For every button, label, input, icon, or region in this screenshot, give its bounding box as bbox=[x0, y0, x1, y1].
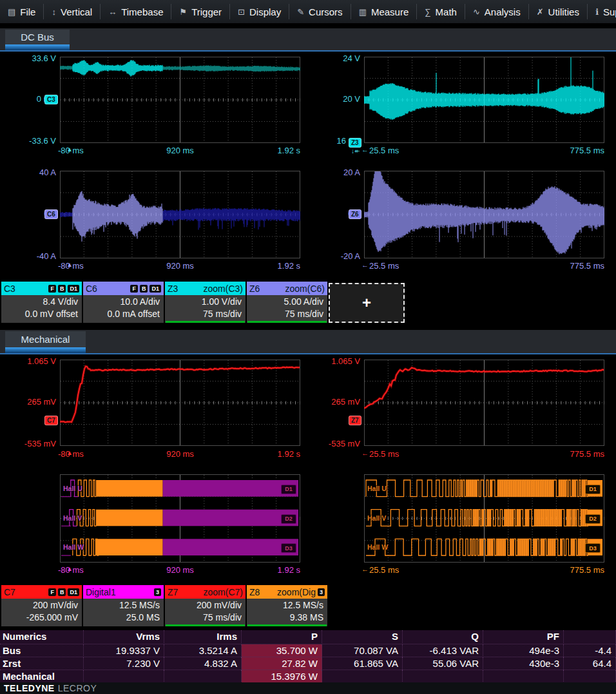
table-cell bbox=[164, 670, 242, 683]
descriptor-header: Z3zoom(C3) bbox=[165, 282, 245, 295]
table-cell: 7.230 V bbox=[84, 657, 164, 670]
table-cell: 70.087 VA bbox=[322, 644, 403, 657]
channel-badge-c7[interactable]: C7 bbox=[44, 416, 58, 425]
menu-item-cursors[interactable]: ✎Cursors bbox=[289, 0, 350, 23]
descriptor-header: Z8zoom(Dig3 bbox=[247, 585, 327, 599]
descriptor-flag-badge: D1 bbox=[149, 285, 161, 293]
descriptor-title: C3 bbox=[4, 284, 15, 294]
descriptor-values: 12.5 MS/s9.38 MS bbox=[247, 599, 327, 624]
timebase-icon: ↔ bbox=[108, 7, 117, 17]
descriptor-header: C3FBD1 bbox=[1, 282, 82, 295]
table-cell: 494e-3 bbox=[483, 644, 564, 657]
descriptor-flag-badge: B bbox=[58, 588, 66, 596]
brand-lecroy: LECROY bbox=[58, 683, 97, 693]
descriptor-header: Z6zoom(C6) bbox=[247, 282, 327, 295]
menu-item-analysis[interactable]: ∿Analysis bbox=[465, 0, 528, 23]
descriptor-flag-badge: 3 bbox=[154, 588, 161, 596]
descriptor-values: 12.5 MS/s25.0 MS bbox=[83, 599, 164, 624]
menu-item-math[interactable]: ∑Math bbox=[417, 0, 465, 23]
table-cell: Irms bbox=[164, 630, 242, 643]
menu-item-measure[interactable]: ▥Measure bbox=[351, 0, 417, 23]
utilities-icon: ✗ bbox=[537, 7, 544, 17]
descriptor-subtitle: zoom(C3) bbox=[178, 284, 243, 294]
descriptor-active-underline bbox=[166, 624, 245, 626]
table-cell: Q bbox=[403, 630, 483, 643]
menu-item-vertical[interactable]: ↕Vertical bbox=[44, 0, 100, 23]
descriptor-title: Z6 bbox=[249, 284, 260, 294]
numerics-header-row: NumericsVrmsIrmsPSQPF bbox=[0, 630, 616, 643]
tab-label: DC Bus bbox=[21, 32, 54, 43]
tab-mechanical[interactable]: Mechanical bbox=[5, 331, 86, 353]
numerics-table: NumericsVrmsIrmsPSQPFBus19.9337 V3.5214 … bbox=[0, 630, 616, 682]
add-trace-button[interactable]: + bbox=[329, 283, 405, 323]
grid-z6[interactable] bbox=[364, 171, 604, 258]
x-axis-label: 1.92 s bbox=[60, 261, 300, 271]
descriptor-c3[interactable]: C3FBD18.4 V/div0.0 mV offset bbox=[1, 282, 82, 323]
descriptor-values: 1.00 V/div75 ms/div bbox=[165, 295, 245, 320]
analysis-icon: ∿ bbox=[473, 7, 480, 17]
digital-line-badge-d2: D2 bbox=[281, 514, 296, 524]
waveform-path bbox=[366, 539, 588, 555]
y-axis-label-z7: 265 mV bbox=[19, 397, 360, 407]
menu-item-file[interactable]: ▤File bbox=[0, 0, 43, 23]
descriptor-active-underline bbox=[166, 321, 245, 323]
table-cell: P bbox=[242, 630, 322, 643]
descriptor-z3[interactable]: Z3zoom(C3)1.00 V/div75 ms/div bbox=[165, 282, 245, 323]
descriptor-z7[interactable]: Z7zoom(C7)200 mV/div75 ms/div bbox=[165, 585, 245, 626]
tab-label: Mechanical bbox=[21, 334, 70, 345]
descriptor-subtitle: zoom(Dig bbox=[260, 587, 316, 597]
menu-item-label: Measure bbox=[371, 6, 409, 17]
descriptor-flag-badge: B bbox=[140, 285, 148, 293]
descriptor-line2: 75 ms/div bbox=[247, 308, 323, 320]
footer-logo: TELEDYNE LECROY bbox=[0, 682, 616, 694]
grid-z3[interactable] bbox=[364, 57, 604, 143]
x-axis-label: 775.5 ms bbox=[364, 449, 604, 459]
tab-active-glow bbox=[5, 347, 86, 353]
numerics-row-σrst: Σrst7.230 V4.832 A27.82 W61.865 VA55.06 … bbox=[0, 657, 616, 670]
channel-badge-z3[interactable]: Z3 bbox=[349, 138, 361, 148]
menu-item-timebase[interactable]: ↔Timebase bbox=[101, 0, 171, 23]
descriptor-flag-badge: F bbox=[130, 285, 138, 293]
descriptor-values: 10.0 A/div0.0 mA offset bbox=[83, 295, 164, 320]
grid-rect bbox=[163, 510, 298, 526]
descriptor-c7[interactable]: C7FBD1200 mV/div-265.000 mV bbox=[1, 585, 82, 626]
descriptor-line1: 200 mV/div bbox=[1, 599, 78, 612]
cursors-icon: ✎ bbox=[297, 7, 304, 17]
table-cell: -4.4 bbox=[564, 644, 616, 657]
waveform-path bbox=[366, 480, 588, 497]
table-cell: Numerics bbox=[0, 630, 84, 643]
grid-rect bbox=[163, 480, 298, 497]
grid-dig[interactable] bbox=[60, 474, 300, 563]
digital-line-badge-d3: D3 bbox=[585, 543, 601, 553]
table-cell: Vrms bbox=[84, 630, 164, 643]
descriptor-line2: 25.0 MS bbox=[83, 612, 160, 624]
descriptor-line2: 0.0 mA offset bbox=[83, 308, 160, 320]
menu-item-support[interactable]: ℹSupport bbox=[588, 0, 616, 23]
descriptor-line1: 8.4 V/div bbox=[1, 296, 78, 308]
descriptor-digital1[interactable]: Digital1312.5 MS/s25.0 MS bbox=[83, 585, 164, 626]
tab-active-glow bbox=[5, 44, 70, 50]
menu-item-label: File bbox=[20, 6, 35, 17]
channel-badge-z6[interactable]: Z6 bbox=[349, 209, 361, 219]
table-cell: 3.5214 A bbox=[164, 644, 242, 657]
descriptor-header: C7FBD1 bbox=[1, 585, 82, 599]
grid-z8[interactable] bbox=[364, 474, 604, 563]
menu-item-trigger[interactable]: ⚑Trigger bbox=[171, 0, 229, 23]
descriptor-line2: -265.000 mV bbox=[1, 612, 78, 624]
descriptor-header: Z7zoom(C7) bbox=[165, 585, 245, 599]
zoom-start-marker-z7: ← bbox=[361, 450, 369, 456]
descriptor-line2: 0.0 mV offset bbox=[1, 308, 78, 320]
menu-item-display[interactable]: ⊡Display bbox=[230, 0, 289, 23]
table-cell: 55.06 VAR bbox=[403, 657, 483, 670]
table-cell: 430e-3 bbox=[483, 657, 564, 670]
descriptor-z6[interactable]: Z6zoom(C6)5.00 A/div75 ms/div bbox=[247, 282, 327, 323]
menu-item-utilities[interactable]: ✗Utilities bbox=[529, 0, 587, 23]
descriptor-title: Digital1 bbox=[86, 587, 116, 597]
descriptor-active-underline bbox=[247, 321, 327, 323]
y-axis-label-z7: 1.065 V bbox=[19, 356, 360, 366]
channel-badge-z7[interactable]: Z7 bbox=[349, 416, 361, 425]
grid-z7[interactable] bbox=[364, 360, 604, 446]
descriptor-z8[interactable]: Z8zoom(Dig312.5 MS/s9.38 MS bbox=[247, 585, 327, 626]
descriptor-c6[interactable]: C6FBD110.0 A/div0.0 mA offset bbox=[83, 282, 164, 323]
tab-dc-bus[interactable]: DC Bus bbox=[5, 30, 70, 50]
